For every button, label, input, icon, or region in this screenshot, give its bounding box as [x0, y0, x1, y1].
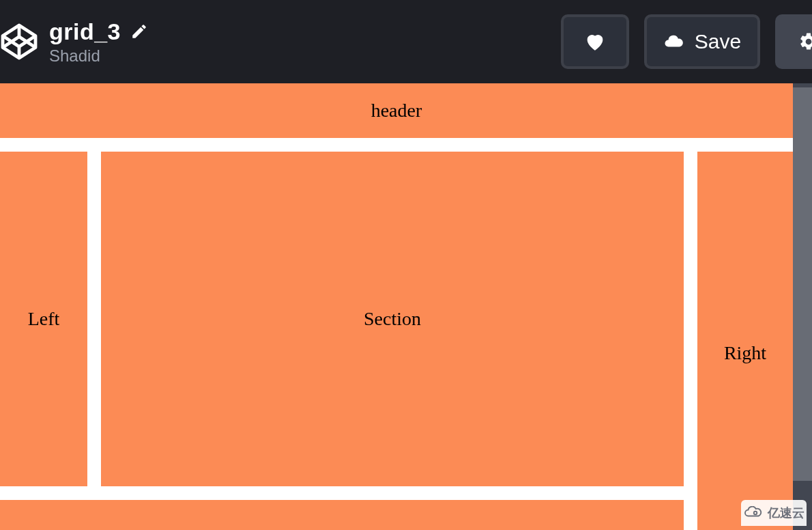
- grid-section-cell: Section: [101, 152, 684, 486]
- watermark: 亿速云: [741, 500, 807, 526]
- codepen-topbar: grid_3 Shadid Save: [0, 0, 812, 83]
- grid-left-label: Left: [28, 308, 60, 330]
- pencil-icon[interactable]: [130, 23, 148, 40]
- grid-header-label: header: [371, 100, 422, 122]
- grid-right-label: Right: [724, 342, 766, 364]
- pen-title: grid_3: [49, 18, 121, 45]
- watermark-cloud-icon: [743, 506, 764, 520]
- save-button[interactable]: Save: [644, 14, 760, 69]
- grid-right-cell: Right: [697, 152, 793, 530]
- grid-section-label: Section: [364, 308, 421, 330]
- preview-scrollbar[interactable]: [793, 83, 812, 530]
- settings-button[interactable]: [775, 14, 812, 69]
- codepen-logo[interactable]: [0, 0, 49, 83]
- grid-footer-cell: Footer: [0, 500, 684, 530]
- preview-pane[interactable]: header Left Section Right Footer: [0, 83, 793, 530]
- preview-stage: header Left Section Right Footer 亿速云: [0, 83, 812, 530]
- svg-point-3: [754, 512, 757, 515]
- preview-scrollbar-thumb[interactable]: [793, 87, 812, 481]
- codepen-logo-icon: [0, 21, 40, 62]
- heart-icon: [583, 30, 607, 53]
- grid-header-cell: header: [0, 83, 793, 138]
- grid-left-cell: Left: [0, 152, 87, 486]
- gear-icon: [798, 31, 812, 52]
- pen-header: grid_3 Shadid: [49, 18, 148, 66]
- pen-author[interactable]: Shadid: [49, 46, 148, 66]
- pen-title-row[interactable]: grid_3: [49, 18, 148, 45]
- love-button[interactable]: [561, 14, 629, 69]
- watermark-text: 亿速云: [768, 505, 804, 521]
- save-button-label: Save: [695, 30, 741, 53]
- cloud-icon: [663, 31, 684, 52]
